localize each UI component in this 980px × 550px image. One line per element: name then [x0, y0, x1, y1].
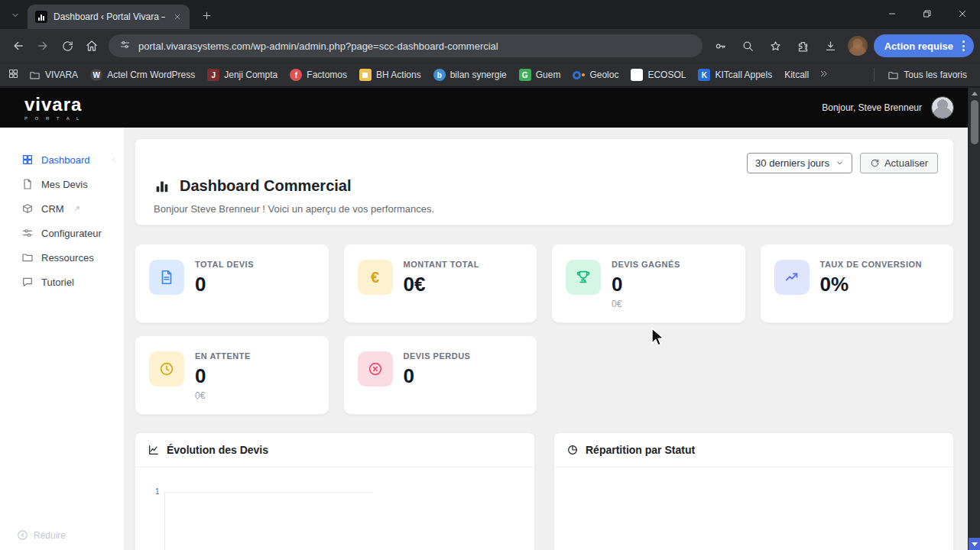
stats-grid: TOTAL DEVIS 0 € MONTANT TOTAL 0€ [135, 244, 954, 415]
sidebar: Dashboard Mes Devis CRM [0, 128, 124, 550]
home-button[interactable] [80, 34, 104, 58]
period-select[interactable]: 30 derniers jours [747, 153, 852, 173]
triangle-down-icon [972, 542, 978, 546]
bookmark-label: KITcall Appels [715, 70, 772, 80]
document-icon [149, 260, 184, 295]
scrollbar-down-button[interactable] [969, 538, 980, 550]
close-button[interactable] [945, 0, 980, 28]
browser-profile-avatar[interactable] [848, 36, 868, 56]
sidebar-item-label: Mes Devis [41, 179, 88, 190]
bookmark-label: Actel Crm WordPress [107, 70, 195, 80]
refresh-button[interactable]: Actualiser [860, 153, 938, 173]
bookmarks-overflow-button[interactable] [819, 68, 829, 82]
portal-header: vivara P O R T A L Bonjour, Steve Brenne… [0, 88, 980, 128]
restore-icon [923, 9, 932, 18]
chevron-left-icon[interactable] [110, 156, 118, 163]
scrollbar-thumb[interactable] [971, 100, 978, 144]
all-bookmarks-button[interactable]: Tous les favoris [882, 67, 972, 83]
bookmark-label: Factomos [307, 70, 347, 80]
logo-text: vivara [24, 95, 82, 114]
window-controls [875, 0, 980, 28]
restore-button[interactable] [910, 0, 945, 28]
bilan-synergie-favicon-icon: b [433, 69, 446, 81]
new-tab-button[interactable] [196, 5, 217, 26]
chart-title: Répartition par Statut [586, 444, 695, 456]
action-required-button[interactable]: Action requise [874, 34, 974, 57]
bookmark-folder-vivara[interactable]: VIVARA [24, 67, 83, 83]
tab-search-button[interactable] [5, 5, 26, 26]
search-icon [741, 40, 754, 53]
stat-card-devis-perdus: DEVIS PERDUS 0 [343, 335, 538, 415]
browser-toolbar: portal.vivarasystems.com/wp-admin/admin.… [0, 29, 980, 63]
page-viewport: vivara P O R T A L Bonjour, Steve Brenne… [0, 88, 980, 550]
page-scrollbar[interactable] [968, 88, 980, 550]
minimize-icon [888, 9, 897, 18]
forward-button[interactable] [31, 34, 55, 58]
stat-sub-value: 0€ [195, 390, 251, 401]
folder-icon [29, 70, 41, 81]
stat-value: 0% [820, 273, 922, 296]
back-button[interactable] [6, 34, 31, 58]
apps-grid-icon[interactable] [8, 68, 19, 82]
bookmark-label: Geoloc [589, 70, 618, 80]
sidebar-item-tutoriel[interactable]: Tutoriel [0, 270, 124, 294]
bookmark-kitcall-appels[interactable]: K KITcall Appels [693, 66, 777, 83]
sidebar-item-ressources[interactable]: Ressources [0, 245, 124, 270]
plus-icon [202, 11, 212, 21]
sidebar-collapse-button[interactable]: Réduire [17, 529, 66, 541]
main-content: 30 derniers jours Actualiser Dashboard C… [124, 128, 980, 550]
browser-menu-icon[interactable] [959, 40, 968, 51]
extensions-button[interactable] [793, 35, 814, 57]
reload-button[interactable] [55, 34, 80, 58]
period-selected-value: 30 derniers jours [755, 157, 829, 169]
stat-card-montant-total: € MONTANT TOTAL 0€ [343, 244, 538, 323]
sidebar-item-mes-devis[interactable]: Mes Devis [0, 172, 124, 196]
all-bookmarks-label: Tous les favoris [904, 70, 967, 80]
bookmark-bilan-synergie[interactable]: b bilan synergie [428, 66, 512, 83]
sliders-icon [21, 227, 34, 239]
bookmark-guem[interactable]: G Guem [514, 66, 566, 83]
downloads-button[interactable] [820, 35, 842, 57]
password-manager-button[interactable] [710, 35, 732, 57]
trending-up-icon [774, 260, 810, 295]
bookmark-bh-actions[interactable]: BH Actions [354, 66, 427, 83]
bookmark-kitcall[interactable]: Kitcall [779, 67, 814, 82]
user-avatar[interactable] [931, 96, 954, 119]
sidebar-item-crm[interactable]: CRM [0, 196, 124, 221]
scrollbar-up-button[interactable] [969, 88, 980, 99]
folder-icon [21, 251, 34, 264]
lens-search-button[interactable] [738, 35, 759, 57]
collapse-label: Réduire [34, 530, 66, 541]
sidebar-item-label: Configurateur [41, 228, 102, 239]
tab-close-icon[interactable] [171, 11, 183, 23]
browser-window: Dashboard ‹ Portal Vivara — W [0, 0, 980, 550]
stat-label: DEVIS PERDUS [404, 351, 471, 361]
sidebar-item-configurateur[interactable]: Configurateur [0, 221, 124, 245]
bookmark-factomos[interactable]: f Factomos [284, 66, 352, 83]
external-link-icon [73, 205, 81, 212]
stat-label: EN ATTENTE [195, 351, 251, 361]
bookmark-jenji-compta[interactable]: J Jenji Compta [202, 66, 283, 83]
browser-tab[interactable]: Dashboard ‹ Portal Vivara — W [28, 5, 190, 29]
stat-value: 0 [195, 364, 251, 388]
sidebar-item-label: CRM [41, 203, 64, 215]
bh-actions-favicon-icon [359, 69, 372, 81]
chevron-down-icon [836, 159, 844, 167]
stat-value: 0€ [404, 273, 479, 296]
bookmark-label: bilan synergie [450, 70, 507, 80]
vivara-logo[interactable]: vivara P O R T A L [24, 95, 82, 121]
bookmark-actel-crm[interactable]: W Actel Crm WordPress [85, 66, 200, 83]
bookmark-this-tab-button[interactable] [765, 35, 787, 57]
address-bar[interactable]: portal.vivarasystems.com/wp-admin/admin.… [109, 34, 703, 57]
bookmark-geoloc[interactable]: Geoloc [567, 66, 624, 83]
sidebar-item-dashboard[interactable]: Dashboard [0, 147, 124, 172]
factomos-favicon-icon: f [290, 69, 302, 81]
site-info-icon[interactable] [119, 39, 131, 53]
page-title: Dashboard Commercial [180, 177, 352, 195]
bookmark-ecosol[interactable]: ECOSOL [625, 66, 691, 83]
refresh-icon [870, 158, 880, 168]
minimize-button[interactable] [875, 0, 910, 28]
download-icon [824, 40, 837, 53]
bookmark-label: ECOSOL [647, 70, 686, 80]
triangle-up-icon [972, 92, 978, 95]
